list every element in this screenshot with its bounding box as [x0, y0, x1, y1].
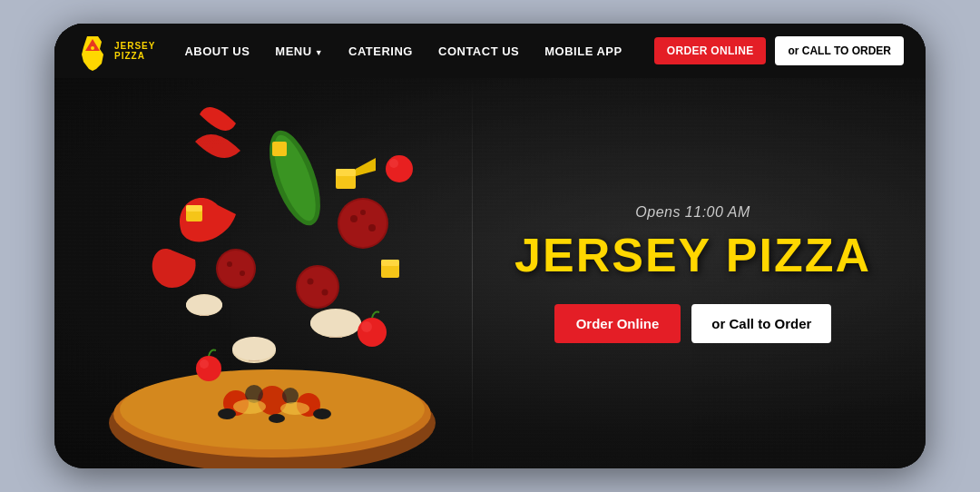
svg-point-17	[310, 310, 361, 337]
svg-point-11	[233, 399, 266, 414]
nav-contact-us[interactable]: CONTACT US	[438, 44, 519, 58]
nav-menu[interactable]: MENU	[275, 44, 323, 58]
hero-call-button[interactable]: or Call to Order	[691, 304, 831, 343]
svg-point-25	[339, 200, 387, 247]
svg-point-53	[91, 46, 94, 50]
svg-point-28	[360, 210, 366, 215]
hero-content: Opens 11:00 AM JERSEY PIZZA Order Online…	[514, 204, 871, 343]
device-frame: Opens 11:00 AM JERSEY PIZZA Order Online…	[54, 24, 926, 468]
svg-point-50	[389, 159, 398, 168]
svg-rect-38	[336, 169, 356, 176]
pizza-visual	[54, 24, 508, 468]
hero-divider	[472, 78, 473, 468]
hero-buttons: Order Online or Call to Order	[514, 304, 871, 343]
svg-point-20	[232, 337, 276, 360]
nav-catering[interactable]: CATERING	[348, 44, 413, 58]
svg-point-48	[200, 359, 209, 369]
nav-mobile-app[interactable]: MOBILE APP	[544, 44, 622, 58]
svg-point-27	[368, 224, 376, 231]
svg-point-45	[358, 318, 387, 347]
logo-text: JERSEY PIZZA	[114, 41, 155, 61]
svg-point-49	[386, 155, 413, 182]
svg-point-10	[269, 414, 285, 423]
nav-about-us[interactable]: ABOUT US	[184, 44, 250, 58]
svg-point-46	[361, 321, 372, 332]
logo-line1: JERSEY	[114, 41, 155, 51]
nav-links: ABOUT US MENU CATERING CONTACT US MOBILE…	[184, 44, 653, 58]
svg-point-31	[308, 279, 314, 285]
logo-icon	[76, 34, 109, 67]
logo-area[interactable]: JERSEY PIZZA	[76, 34, 155, 67]
nav-call-order-button[interactable]: or CALL TO ORDER	[775, 36, 904, 65]
svg-rect-41	[381, 260, 399, 266]
svg-point-36	[240, 271, 245, 276]
hero-order-button[interactable]: Order Online	[554, 304, 681, 343]
svg-rect-43	[186, 205, 202, 212]
svg-point-12	[280, 402, 309, 415]
svg-point-9	[313, 408, 331, 419]
nav-buttons: ORDER ONLINE or CALL TO ORDER	[654, 36, 904, 65]
logo-line2: PIZZA	[114, 51, 155, 61]
navbar: JERSEY PIZZA ABOUT US MENU CATERING CONT…	[54, 24, 926, 78]
svg-point-30	[298, 267, 338, 307]
svg-point-32	[322, 290, 328, 296]
svg-point-7	[282, 388, 299, 404]
nav-order-online-button[interactable]: ORDER ONLINE	[654, 37, 767, 64]
svg-point-26	[350, 215, 358, 222]
svg-point-8	[218, 408, 236, 419]
brand-title: JERSEY PIZZA	[514, 231, 871, 279]
svg-point-47	[196, 356, 221, 381]
svg-point-35	[227, 261, 232, 267]
svg-rect-44	[272, 142, 287, 156]
svg-marker-39	[356, 158, 376, 176]
opens-time: Opens 11:00 AM	[514, 204, 871, 221]
hero-section: Opens 11:00 AM JERSEY PIZZA Order Online…	[54, 24, 926, 468]
svg-point-23	[186, 295, 222, 315]
svg-point-34	[218, 251, 254, 287]
